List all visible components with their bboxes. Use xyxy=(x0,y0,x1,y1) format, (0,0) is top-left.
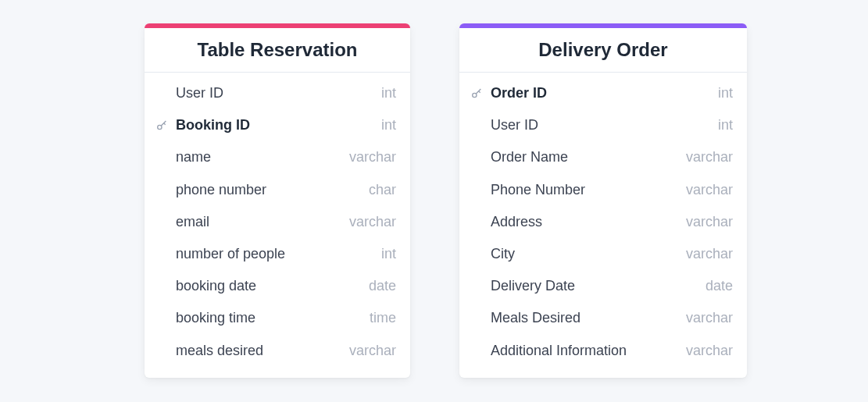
column-type: int xyxy=(381,116,396,135)
column-row[interactable]: email varchar xyxy=(145,206,410,238)
column-name: Phone Number xyxy=(491,180,680,200)
column-row[interactable]: booking date date xyxy=(145,270,410,302)
entity-title: Delivery Order xyxy=(472,39,734,61)
column-row[interactable]: number of people int xyxy=(145,238,410,270)
column-row[interactable]: meals desired varchar xyxy=(145,335,410,367)
key-icon xyxy=(155,119,176,132)
entity-delivery-order[interactable]: Delivery Order Order ID int User ID int … xyxy=(459,23,747,378)
svg-point-1 xyxy=(473,93,477,97)
column-name: City xyxy=(491,244,680,264)
column-row[interactable]: Order ID int xyxy=(459,77,747,109)
column-name: Booking ID xyxy=(176,116,375,135)
column-type: varchar xyxy=(686,341,733,361)
column-name: User ID xyxy=(176,84,375,103)
column-row[interactable]: Address varchar xyxy=(459,206,747,238)
column-name: phone number xyxy=(176,180,363,200)
column-type: date xyxy=(369,276,396,296)
column-row[interactable]: User ID int xyxy=(145,77,410,109)
column-name: Address xyxy=(491,212,680,232)
key-icon xyxy=(470,87,491,100)
entity-header: Table Reservation xyxy=(145,28,410,73)
column-name: User ID xyxy=(491,116,712,135)
column-row[interactable]: Additional Information varchar xyxy=(459,335,747,367)
column-row[interactable]: phone number char xyxy=(145,174,410,206)
column-name: number of people xyxy=(176,244,375,264)
column-type: date xyxy=(705,276,733,296)
column-name: Order Name xyxy=(491,148,680,167)
column-row[interactable]: City varchar xyxy=(459,238,747,270)
er-diagram-canvas: Table Reservation User ID int Booking ID… xyxy=(0,23,868,402)
column-type: varchar xyxy=(686,212,733,232)
column-type: varchar xyxy=(686,244,733,264)
column-type: varchar xyxy=(686,180,733,200)
column-type: time xyxy=(370,308,396,328)
column-row[interactable]: Order Name varchar xyxy=(459,141,747,173)
column-type: varchar xyxy=(349,148,396,167)
column-row[interactable]: User ID int xyxy=(459,109,747,141)
column-type: int xyxy=(718,116,733,135)
entity-header: Delivery Order xyxy=(459,28,747,73)
column-type: varchar xyxy=(349,341,396,361)
column-name: meals desired xyxy=(176,341,343,361)
column-name: email xyxy=(176,212,343,232)
column-type: int xyxy=(381,244,396,264)
column-row[interactable]: Phone Number varchar xyxy=(459,174,747,206)
column-type: varchar xyxy=(349,212,396,232)
entity-table-reservation[interactable]: Table Reservation User ID int Booking ID… xyxy=(145,23,410,378)
column-type: int xyxy=(381,84,396,103)
column-type: varchar xyxy=(686,148,733,167)
column-type: char xyxy=(369,180,396,200)
column-type: int xyxy=(718,84,733,103)
column-row[interactable]: Booking ID int xyxy=(145,109,410,141)
column-row[interactable]: booking time time xyxy=(145,302,410,334)
column-name: Delivery Date xyxy=(491,276,699,296)
column-name: Order ID xyxy=(491,84,712,103)
column-row[interactable]: Delivery Date date xyxy=(459,270,747,302)
column-name: booking time xyxy=(176,308,363,328)
column-name: Additional Information xyxy=(491,341,680,361)
column-list: Order ID int User ID int Order Name varc… xyxy=(459,73,747,378)
svg-point-0 xyxy=(158,125,162,129)
column-name: Meals Desired xyxy=(491,308,680,328)
column-row[interactable]: name varchar xyxy=(145,141,410,173)
column-name: booking date xyxy=(176,276,363,296)
entity-title: Table Reservation xyxy=(157,39,398,61)
column-list: User ID int Booking ID int name varchar … xyxy=(145,73,410,378)
column-type: varchar xyxy=(686,308,733,328)
column-row[interactable]: Meals Desired varchar xyxy=(459,302,747,334)
column-name: name xyxy=(176,148,343,167)
